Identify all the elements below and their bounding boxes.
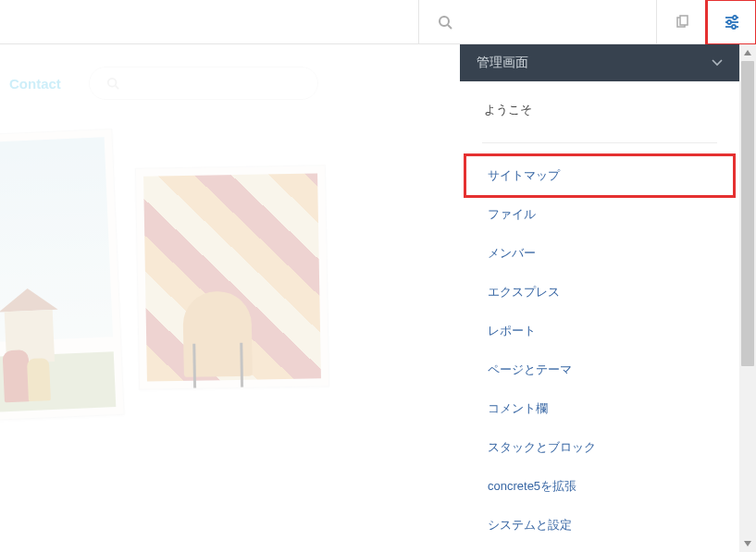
admin-panel: 管理画面 ようこそ サイトマップ ファイル メンバー エクスプレス レポート ペ… [460, 44, 756, 552]
gallery-image-1 [0, 129, 125, 421]
panel-scrollbar[interactable] [739, 44, 756, 552]
gallery-image-2 [135, 165, 329, 390]
scroll-up-button[interactable] [739, 44, 756, 61]
svg-point-0 [440, 17, 449, 26]
admin-menu-members[interactable]: メンバー [482, 234, 717, 273]
svg-line-1 [448, 25, 452, 29]
admin-welcome-label: ようこそ [482, 100, 717, 120]
scroll-thumb[interactable] [741, 61, 754, 366]
admin-menu: サイトマップ ファイル メンバー エクスプレス レポート ページとテーマ コメン… [482, 143, 717, 552]
admin-panel-body: ようこそ サイトマップ ファイル メンバー エクスプレス レポート ページとテー… [460, 81, 739, 552]
admin-menu-sitemap[interactable]: サイトマップ [482, 156, 717, 195]
toolbar-settings-button[interactable] [706, 0, 756, 44]
search-icon [106, 77, 119, 90]
sliders-icon [724, 14, 740, 31]
admin-menu-comments[interactable]: コメント欄 [482, 389, 717, 428]
toolbar [0, 0, 756, 44]
admin-panel-header[interactable]: 管理画面 [460, 44, 739, 81]
toolbar-copy-button[interactable] [656, 0, 706, 44]
toolbar-search[interactable] [418, 0, 656, 44]
svg-line-11 [115, 86, 118, 90]
site-search-field[interactable] [89, 67, 318, 100]
admin-menu-files[interactable]: ファイル [482, 195, 717, 234]
admin-menu-system-settings[interactable]: システムと設定 [482, 506, 717, 545]
svg-rect-3 [680, 16, 688, 25]
admin-menu-pages-themes[interactable]: ページとテーマ [482, 350, 717, 389]
search-icon [438, 15, 452, 30]
admin-menu-express[interactable]: エクスプレス [482, 273, 717, 312]
copy-icon [675, 15, 689, 30]
svg-point-7 [727, 20, 731, 24]
svg-point-10 [108, 79, 117, 87]
admin-menu-reports[interactable]: レポート [482, 312, 717, 350]
admin-menu-stacks-blocks[interactable]: スタックとブロック [482, 428, 717, 467]
svg-point-9 [732, 25, 736, 29]
admin-panel-title: 管理画面 [477, 55, 528, 71]
scroll-down-button[interactable] [739, 535, 756, 552]
admin-menu-extend[interactable]: concrete5を拡張 [482, 467, 717, 506]
nav-contact-link[interactable]: Contact [9, 76, 61, 92]
svg-point-5 [733, 16, 737, 19]
chevron-down-icon [712, 59, 723, 67]
